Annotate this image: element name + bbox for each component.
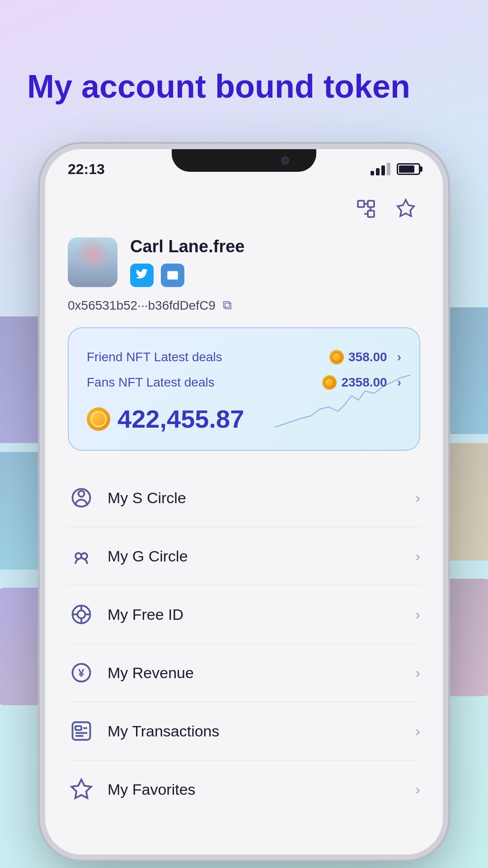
- share-icon: [355, 198, 377, 220]
- fans-nft-label: Fans NFT Latest deals: [87, 375, 215, 390]
- twitter-button[interactable]: [130, 264, 154, 287]
- friend-nft-deal-row[interactable]: Friend NFT Latest deals 358.00 ›: [87, 344, 401, 370]
- favorites-label: My Favorites: [108, 781, 196, 798]
- settings-icon: [395, 198, 417, 220]
- menu-item-g-circle[interactable]: My G Circle ›: [68, 527, 420, 585]
- twitter-icon: [136, 269, 148, 282]
- s-circle-label: My S Circle: [108, 489, 186, 507]
- svg-rect-17: [75, 726, 81, 730]
- total-coin-icon: [87, 407, 110, 431]
- menu-item-s-circle[interactable]: My S Circle ›: [68, 469, 420, 527]
- profile-section: Carl Lane.free: [68, 237, 420, 287]
- g-circle-chevron: ›: [415, 548, 420, 565]
- svg-rect-2: [368, 211, 374, 217]
- coin-icon-1: [329, 350, 344, 364]
- settings-button[interactable]: [391, 194, 420, 223]
- friend-nft-label: Friend NFT Latest deals: [87, 350, 222, 364]
- signal-icon: [371, 163, 390, 175]
- free-id-label: My Free ID: [108, 606, 183, 623]
- revenue-label: My Revenue: [108, 664, 194, 682]
- svg-point-5: [79, 491, 84, 497]
- camera-dot: [281, 156, 289, 165]
- battery-icon: [397, 163, 420, 175]
- svg-point-7: [81, 553, 87, 559]
- menu-item-g-circle-left: My G Circle: [68, 542, 188, 570]
- status-time: 22:13: [68, 161, 105, 178]
- transactions-chevron: ›: [415, 723, 420, 740]
- free-id-icon: [68, 601, 95, 628]
- s-circle-icon: [68, 484, 95, 511]
- transactions-icon: [68, 717, 95, 745]
- friend-nft-amount: 358.00: [348, 350, 387, 364]
- token-card: Friend NFT Latest deals 358.00 › Fans NF…: [68, 327, 420, 451]
- avatar: [68, 237, 117, 287]
- social-icons: [130, 264, 420, 287]
- status-icons: [371, 163, 420, 175]
- phone-notch: [172, 149, 316, 172]
- friend-nft-value: 358.00 ›: [329, 350, 401, 364]
- page-title: My account bound token: [27, 68, 461, 105]
- menu-item-free-id[interactable]: My Free ID ›: [68, 585, 420, 644]
- phone-frame: 22:13: [45, 149, 443, 854]
- copy-button[interactable]: ⧉: [223, 298, 232, 313]
- free-id-chevron: ›: [415, 606, 420, 623]
- favorites-icon: [68, 776, 95, 803]
- menu-item-revenue[interactable]: ¥ My Revenue ›: [68, 644, 420, 702]
- wallet-address-text: 0x56531b52···b36fdDefC9: [68, 298, 216, 313]
- menu-item-transactions[interactable]: My Transactions ›: [68, 702, 420, 760]
- revenue-icon: ¥: [68, 659, 95, 686]
- svg-marker-21: [71, 779, 91, 798]
- wallet-address: 0x56531b52···b36fdDefC9 ⧉: [68, 298, 420, 313]
- revenue-chevron: ›: [415, 665, 420, 681]
- total-balance: 422,455.87: [87, 404, 401, 434]
- svg-marker-3: [398, 200, 414, 216]
- menu-list: My S Circle › My G Circle ›: [68, 469, 420, 818]
- svg-point-9: [77, 610, 85, 618]
- top-actions: [68, 185, 420, 237]
- profile-name: Carl Lane.free: [130, 237, 420, 256]
- email-icon: [166, 269, 179, 282]
- total-amount: 422,455.87: [117, 404, 244, 434]
- s-circle-chevron: ›: [415, 490, 420, 506]
- email-button[interactable]: [161, 264, 184, 287]
- menu-item-favorites[interactable]: My Favorites ›: [68, 760, 420, 818]
- menu-item-transactions-left: My Transactions: [68, 717, 220, 745]
- share-button[interactable]: [352, 194, 380, 223]
- svg-text:¥: ¥: [78, 667, 84, 679]
- friend-nft-chevron: ›: [397, 350, 401, 364]
- g-circle-icon: [68, 542, 95, 570]
- g-circle-label: My G Circle: [108, 547, 188, 565]
- svg-rect-0: [358, 201, 364, 207]
- svg-rect-1: [368, 201, 374, 207]
- profile-info: Carl Lane.free: [130, 237, 420, 287]
- menu-item-free-id-left: My Free ID: [68, 601, 183, 628]
- favorites-chevron: ›: [415, 781, 420, 798]
- menu-item-s-circle-left: My S Circle: [68, 484, 186, 511]
- menu-item-revenue-left: ¥ My Revenue: [68, 659, 194, 686]
- phone-content: Carl Lane.free: [45, 181, 443, 854]
- transactions-label: My Transactions: [108, 722, 220, 740]
- menu-item-favorites-left: My Favorites: [68, 776, 196, 803]
- svg-rect-16: [73, 722, 90, 740]
